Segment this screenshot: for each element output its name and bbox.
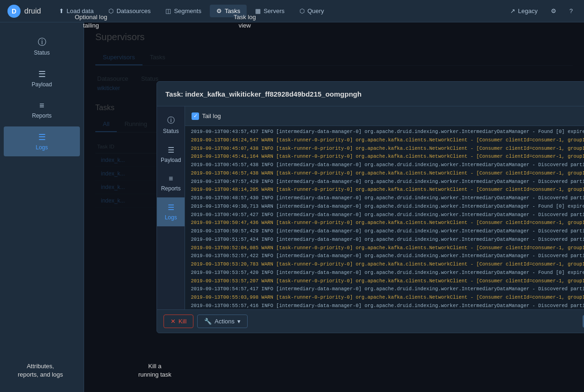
tail-log-checkbox[interactable]: ✓ Tail log xyxy=(192,112,221,120)
checkbox-icon: ✓ xyxy=(192,112,199,120)
nav-item-tasks[interactable]: ⚙ Tasks xyxy=(210,5,247,17)
task-log-modal: Task: index_kafka_wikiticker_ff82928d49b… xyxy=(157,81,584,333)
modal-logs-icon: ☰ xyxy=(168,203,174,212)
log-line: 2019-09-13T00:48:14,205 WARN [task-runne… xyxy=(185,186,584,194)
modal-log-toolbar: ✓ Tail log Save Copy View full log xyxy=(185,106,584,126)
log-line: 2019-09-13T00:55:57,416 INFO [intermedia… xyxy=(185,302,584,309)
content-area: Supervisors Supervisors Tasks Datasource… xyxy=(84,22,584,392)
main-content: ⓘ Status ☰ Payload ≡ Reports ☰ Logs Supe… xyxy=(0,22,584,392)
modal-sidebar-payload[interactable]: ☰ Payload xyxy=(157,140,185,169)
external-link-icon: ↗ xyxy=(510,7,515,14)
payload-icon: ☰ xyxy=(38,69,46,79)
top-navigation: D druid ⬆ Load data ⬡ Datasources ◫ Segm… xyxy=(0,0,584,22)
log-line: 2019-09-13T00:48:57,430 INFO [intermedia… xyxy=(185,194,584,203)
query-icon: ⬡ xyxy=(299,7,305,14)
sidebar: ⓘ Status ☰ Payload ≡ Reports ☰ Logs xyxy=(0,22,84,392)
log-line: 2019-09-13T00:46:57,438 WARN [task-runne… xyxy=(185,169,584,178)
log-line: 2019-09-13T00:54:57,417 INFO [intermedia… xyxy=(185,285,584,294)
log-line: 2019-09-13T00:45:41,164 WARN [task-runne… xyxy=(185,153,584,161)
modal-sidebar-reports[interactable]: ≡ Reports xyxy=(157,169,185,197)
nav-item-load-data[interactable]: ⬆ Load data xyxy=(52,5,100,17)
chevron-down-icon: ▾ xyxy=(237,318,241,325)
sidebar-item-status[interactable]: ⓘ Status xyxy=(4,31,80,62)
segments-icon: ◫ xyxy=(165,7,171,14)
log-line: 2019-09-13T00:51:57,424 INFO [intermedia… xyxy=(185,236,584,244)
log-line: 2019-09-13T00:43:57,437 INFO [intermedia… xyxy=(185,128,584,136)
log-line: 2019-09-13T00:45:57,438 INFO [intermedia… xyxy=(185,161,584,169)
log-line: 2019-09-13T00:45:07,438 INFO [task-runne… xyxy=(185,145,584,153)
gear-icon: ⚙ xyxy=(551,7,556,14)
nav-item-servers[interactable]: ▦ Servers xyxy=(249,5,291,17)
modal-header: Task: index_kafka_wikiticker_ff82928d49b… xyxy=(157,82,584,106)
log-line: 2019-09-13T00:49:30,713 WARN [intermedia… xyxy=(185,203,584,211)
tasks-icon: ⚙ xyxy=(216,7,222,14)
wrench-icon: 🔧 xyxy=(204,318,212,325)
modal-footer: ✕ Kill 🔧 Actions ▾ Close xyxy=(157,309,584,333)
log-line: 2019-09-13T00:49:57,427 INFO [intermedia… xyxy=(185,211,584,219)
sidebar-item-logs[interactable]: ☰ Logs xyxy=(4,126,80,156)
sidebar-item-reports[interactable]: ≡ Reports xyxy=(4,95,80,125)
nav-item-datasources[interactable]: ⬡ Datasources xyxy=(102,5,157,17)
modal-body: ⓘ Status ☰ Payload ≡ Reports ☰ Logs xyxy=(157,106,584,309)
log-line: 2019-09-13T00:50:57,429 INFO [intermedia… xyxy=(185,227,584,236)
log-line: 2019-09-13T00:55:03,998 WARN [task-runne… xyxy=(185,294,584,302)
modal-reports-icon: ≡ xyxy=(169,175,173,183)
modal-sidebar: ⓘ Status ☰ Payload ≡ Reports ☰ Logs xyxy=(157,106,185,309)
servers-icon: ▦ xyxy=(255,7,261,14)
nav-item-query[interactable]: ⬡ Query xyxy=(293,5,330,17)
status-icon: ⓘ xyxy=(38,36,46,48)
modal-sidebar-logs[interactable]: ☰ Logs xyxy=(157,197,185,226)
reports-icon: ≡ xyxy=(39,101,44,111)
nav-items: ⬆ Load data ⬡ Datasources ◫ Segments ⚙ T… xyxy=(52,5,506,17)
help-button[interactable]: ? xyxy=(566,6,577,16)
log-line: 2019-09-13T00:53:20,783 WARN [task-runne… xyxy=(185,260,584,269)
kill-button[interactable]: ✕ Kill xyxy=(164,315,193,328)
log-line: 2019-09-13T00:52:57,422 INFO [intermedia… xyxy=(185,252,584,260)
log-line: 2019-09-13T00:47:57,429 INFO [intermedia… xyxy=(185,178,584,186)
modal-title: Task: index_kafka_wikiticker_ff82928d49b… xyxy=(165,90,362,98)
help-icon: ? xyxy=(570,7,573,14)
nav-right-actions: ↗ Legacy ⚙ ? xyxy=(506,6,577,16)
logo[interactable]: D druid xyxy=(7,5,41,18)
legacy-button[interactable]: ↗ Legacy xyxy=(506,6,541,16)
log-content[interactable]: 2019-09-13T00:43:57,437 INFO [intermedia… xyxy=(185,126,584,309)
log-line: 2019-09-13T00:52:04,085 WARN [task-runne… xyxy=(185,244,584,252)
logs-icon: ☰ xyxy=(38,132,46,142)
sidebar-item-payload[interactable]: ☰ Payload xyxy=(4,63,80,93)
modal-sidebar-status[interactable]: ⓘ Status xyxy=(157,110,185,140)
settings-button[interactable]: ⚙ xyxy=(547,6,560,16)
log-line: 2019-09-13T00:53:57,207 WARN [task-runne… xyxy=(185,277,584,286)
kill-icon: ✕ xyxy=(171,318,176,325)
actions-button[interactable]: 🔧 Actions ▾ xyxy=(197,315,248,328)
nav-item-segments[interactable]: ◫ Segments xyxy=(159,5,208,17)
log-line: 2019-09-13T00:53:57,420 INFO [intermedia… xyxy=(185,269,584,277)
modal-status-icon: ⓘ xyxy=(167,116,175,126)
modal-payload-icon: ☰ xyxy=(168,146,174,154)
druid-logo-icon: D xyxy=(7,5,21,18)
logo-text: druid xyxy=(24,7,41,15)
log-line: 2019-09-13T00:50:47,436 WARN [task-runne… xyxy=(185,219,584,227)
log-line: 2019-09-13T00:44:24,547 WARN [task-runne… xyxy=(185,136,584,145)
modal-log-area: ✓ Tail log Save Copy View full log 2019-… xyxy=(185,106,584,309)
datasources-icon: ⬡ xyxy=(108,7,114,14)
upload-icon: ⬆ xyxy=(59,7,64,14)
